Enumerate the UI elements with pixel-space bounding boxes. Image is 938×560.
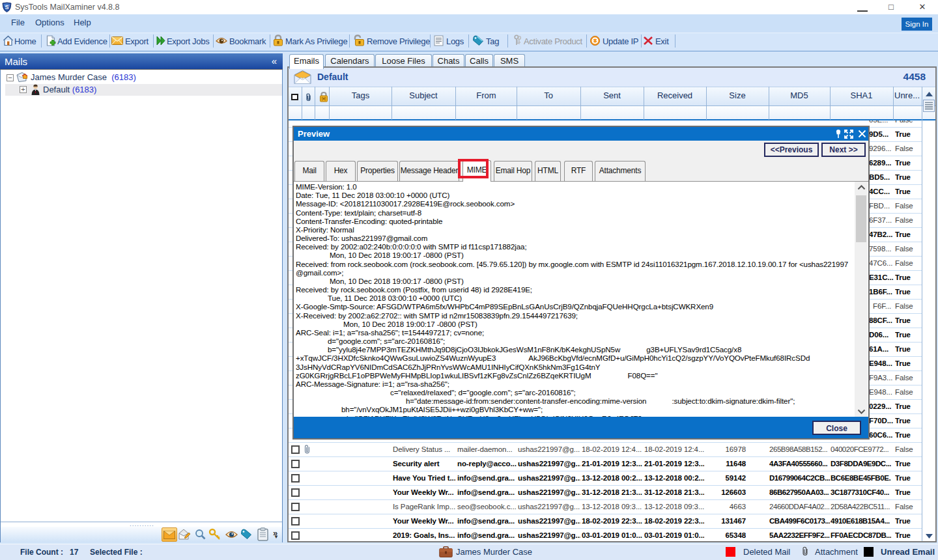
svg-text:S: S — [5, 4, 8, 10]
